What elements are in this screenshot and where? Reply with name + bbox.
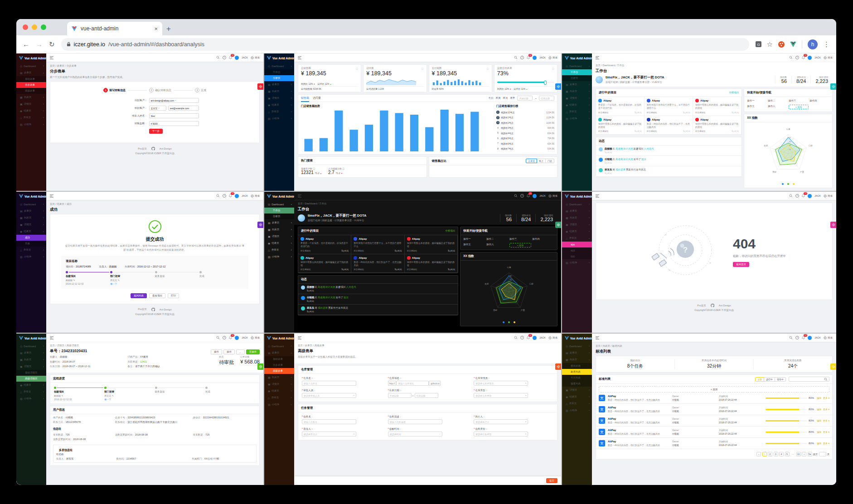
sidebar-item[interactable]: ▤表单页▾	[562, 81, 592, 88]
sidebar-item[interactable]: ◉结果页▾	[562, 102, 592, 108]
all-projects-link[interactable]: 全部项目	[729, 91, 739, 94]
menu-fold-icon[interactable]	[298, 194, 301, 198]
sidebar-item[interactable]: ▣详情页▾	[264, 381, 294, 388]
sidebar-item[interactable]: ◎Dashboard▾	[16, 201, 46, 208]
user-avatar[interactable]	[808, 336, 812, 340]
user-avatar[interactable]	[235, 194, 239, 198]
date-start-input[interactable]	[517, 96, 533, 101]
step-sub[interactable]: 催一下	[110, 282, 155, 285]
theme-setting-button[interactable]	[555, 83, 561, 90]
sidebar-subitem[interactable]: 分析页	[264, 213, 294, 219]
print-button[interactable]: 打印	[168, 293, 179, 298]
vue-devtools-icon[interactable]	[790, 42, 796, 47]
sidebar-item[interactable]: △异常页▾	[16, 247, 46, 253]
profile-avatar[interactable]: h	[808, 39, 818, 49]
quick-link[interactable]: 操作五	[463, 243, 485, 247]
time-select[interactable]: 请选择时间○	[388, 431, 442, 436]
menu-fold-icon[interactable]	[298, 56, 301, 59]
sidebar-item[interactable]: ▤表单页▾	[16, 349, 46, 356]
help-icon[interactable]: ?	[520, 336, 524, 339]
search-icon[interactable]	[514, 336, 518, 339]
language-selector[interactable]: 简体	[548, 194, 557, 198]
project-card[interactable]: Alipay城镇中有那么多的酒馆，她却偏偏走进了我的酒馆科学搬砖组9小时前	[596, 116, 645, 135]
help-icon[interactable]: ?	[795, 194, 799, 198]
sidebar-item[interactable]: ◉结果页▾	[264, 388, 294, 394]
feed-segment[interactable]: 八月迭代	[346, 286, 356, 288]
sidebar-item[interactable]: ▤表单页▾	[264, 219, 294, 226]
quick-link[interactable]: 操作四	[532, 237, 554, 241]
sidebar-item[interactable]: △异常页▾	[264, 108, 294, 115]
action-button[interactable]: ...	[236, 349, 245, 354]
feed-segment[interactable]: 八月迭代	[644, 147, 654, 150]
notification-icon[interactable]: 12	[802, 336, 805, 339]
help-icon[interactable]: ?	[223, 194, 226, 198]
date-end-input[interactable]	[539, 96, 554, 101]
account-select[interactable]: ant-design@alipay.com▾	[149, 98, 199, 103]
tab-visits[interactable]: 访问量	[313, 95, 321, 102]
next-step-button[interactable]: 下一步	[149, 129, 163, 134]
quick-link[interactable]: 操作三	[509, 237, 532, 241]
more-link[interactable]: 更多 ▾	[823, 442, 829, 445]
user-avatar[interactable]	[235, 56, 239, 60]
notification-icon[interactable]: 12	[229, 336, 232, 339]
user-avatar[interactable]	[808, 56, 812, 60]
back-home-button[interactable]: 返回首页	[733, 262, 749, 267]
help-icon[interactable]: ?	[520, 194, 524, 198]
theme-setting-button[interactable]	[830, 222, 836, 228]
quick-link[interactable]: 操作三	[789, 99, 809, 102]
sidebar-item[interactable]: ▧小组件▾	[16, 395, 46, 402]
sidebar-item[interactable]: ▣详情页▾	[264, 233, 294, 240]
sidebar-item[interactable]: △异常页▾	[16, 388, 46, 395]
feed-segment[interactable]: 留言	[641, 158, 646, 160]
feed-segment[interactable]: 项目进展	[616, 168, 625, 171]
date-end-input[interactable]	[415, 393, 438, 398]
quick-link[interactable]: 操作六	[768, 105, 788, 109]
sidebar-item[interactable]: ▦列表页▾	[264, 374, 294, 381]
sidebar-item[interactable]: ▣详情页▴	[16, 363, 46, 370]
action-button[interactable]: 操作	[211, 349, 222, 354]
language-selector[interactable]: 简体	[824, 194, 833, 198]
sidebar-item[interactable]: ▧小组件▾	[16, 253, 46, 260]
user-avatar[interactable]	[235, 336, 239, 340]
channel-filter[interactable]: 线上	[537, 159, 546, 163]
github-icon[interactable]	[151, 147, 155, 150]
notification-icon[interactable]: 12	[527, 56, 530, 59]
project-group[interactable]: 科学搬砖组	[695, 111, 706, 114]
sidebar-subitem[interactable]: 失败	[16, 241, 46, 247]
sidebar-item[interactable]: ▧小组件▾	[562, 115, 592, 122]
help-icon[interactable]: ?	[520, 56, 524, 59]
feed-segment[interactable]: 高逼格设计天团	[318, 286, 335, 288]
sidebar-subitem[interactable]: 404	[562, 242, 592, 247]
form-input[interactable]	[302, 419, 356, 424]
project-card[interactable]: Alipay城镇中有那么多的酒馆，她却偏偏走进了我的酒馆科学搬砖组9小时前	[298, 254, 351, 273]
address-bar[interactable]: iczer.gitee.io/vue-antd-admin/#/dashboar…	[61, 38, 749, 51]
edit-link[interactable]: 编辑	[817, 397, 821, 399]
next-page-icon[interactable]: ›	[802, 452, 806, 456]
sidebar-item[interactable]: △异常页▴	[562, 235, 592, 242]
project-card[interactable]: Alipay城镇中有那么多的酒馆，她却偏偏走进了我的酒馆科学搬砖组9小时前	[693, 116, 742, 135]
action-button[interactable]: 操作	[223, 349, 235, 354]
sidebar-item[interactable]: ▤表单页▴	[16, 69, 46, 76]
user-avatar[interactable]	[533, 336, 537, 340]
sidebar-subitem[interactable]: 高级详情页	[16, 376, 46, 382]
project-card[interactable]: Alipay那时候我只会想自己想要什么，从不想自己拥有什么科学搬砖组9小时前	[351, 235, 404, 254]
list-search[interactable]	[789, 377, 829, 382]
back-to-list-button[interactable]: 返回列表	[131, 293, 147, 298]
sidebar-item[interactable]: ◉结果页▾	[264, 240, 294, 247]
form-select[interactable]: 请选择仓库管理员▾	[474, 381, 528, 386]
language-selector[interactable]: 简体	[251, 336, 260, 339]
sidebar-item[interactable]: ▤表单页▾	[16, 208, 46, 214]
sidebar-item[interactable]: △异常页▾	[562, 108, 592, 115]
add-link[interactable]: + 添加	[789, 105, 809, 109]
search-icon[interactable]	[514, 194, 518, 198]
sidebar-item[interactable]: △异常页▾	[16, 114, 46, 121]
sidebar-subitem[interactable]: 基础表单	[264, 356, 294, 362]
minimize-window-button[interactable]	[32, 24, 37, 30]
sidebar-item[interactable]: ▦列表页▾	[16, 94, 46, 101]
menu-fold-icon[interactable]	[50, 56, 53, 59]
sidebar-item[interactable]: ◉结果页▴	[16, 228, 46, 235]
sidebar-item[interactable]: ▦列表页▾	[264, 88, 294, 95]
form-select[interactable]: 请选择仓库类型▾	[474, 393, 528, 398]
search-icon[interactable]	[824, 378, 828, 381]
project-card[interactable]: Alipay那是一种内在的东西，他们到达不了，也无法触及的科学搬砖组9小时前	[645, 116, 693, 135]
